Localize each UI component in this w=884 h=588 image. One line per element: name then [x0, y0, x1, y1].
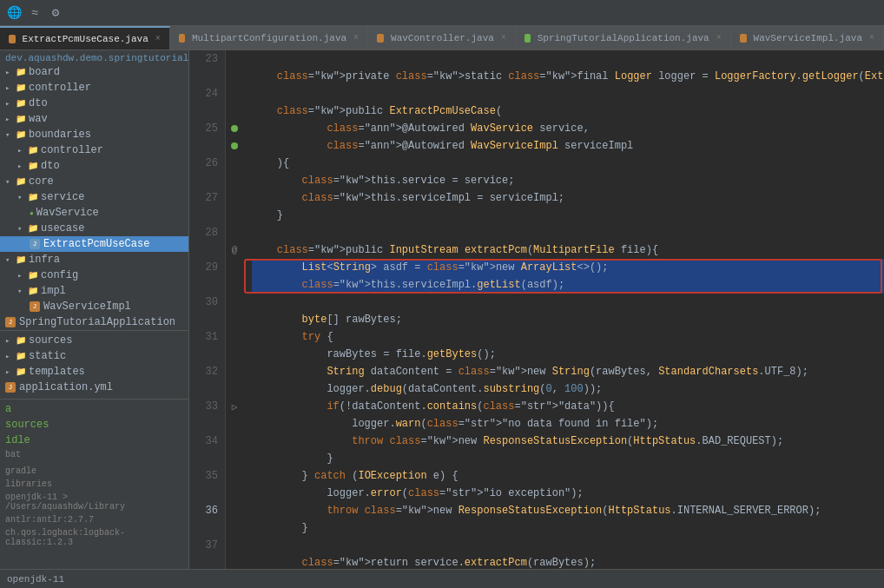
sidebar-bottom-label: gradle	[0, 465, 188, 478]
sidebar-item-label: board	[29, 66, 60, 78]
gutter-run-icon: ▷	[232, 401, 238, 413]
tab-tab2[interactable]: MultipartConfiguration.java×	[170, 26, 368, 50]
main-area: dev.aquashdw.demo.springtutorial ▸📁board…	[0, 50, 884, 569]
sidebar-item-label: application.yml	[19, 381, 113, 393]
tab-close-tab2[interactable]: ×	[353, 33, 359, 43]
gutter-cell	[226, 155, 243, 172]
tab-tab4[interactable]: SpringTutorialApplication.java×	[516, 26, 731, 50]
sidebar-item-infra[interactable]: ▾📁infra	[0, 252, 188, 268]
tab-tab3[interactable]: WavController.java×	[368, 26, 516, 50]
sidebar-item-wavserviceimpl[interactable]: JWavServiceImpl	[0, 299, 188, 314]
gutter-cell	[226, 207, 243, 224]
folder-icon: 📁	[28, 161, 38, 171]
code-line-47: } catch (IOException e) {	[252, 467, 884, 485]
tab-bar: ExtractPcmUseCase.java×MultipartConfigur…	[0, 26, 884, 50]
sidebar-item-boundaries[interactable]: ▾📁boundaries	[0, 127, 188, 142]
code-line-43: if(!dataContent.contains(class="str">"da…	[252, 398, 884, 415]
sidebar-item-extractpcmusecase[interactable]: JExtractPcmUseCase	[0, 236, 188, 252]
gutter-cell	[226, 68, 243, 85]
code-line-31: class="kw">this.serviceImpl = serviceImp…	[252, 189, 884, 207]
sidebar-item-label: WavServiceImpl	[43, 301, 131, 313]
gutter-cell: ▷	[226, 398, 243, 415]
folder-arrow-icon: ▸	[5, 367, 14, 377]
sidebar-section-item[interactable]: sources	[0, 417, 188, 433]
settings-icon[interactable]: ⚙	[49, 6, 63, 20]
line-number: 35	[196, 467, 218, 485]
split-icon[interactable]: ≈	[28, 6, 42, 20]
code-line-25	[252, 85, 884, 102]
sidebar-item-wav[interactable]: ▸📁wav	[0, 111, 188, 127]
file-dot-icon: J	[30, 239, 40, 249]
code-line-48: logger.error(class="str">"io exception")…	[252, 485, 884, 502]
folder-icon: 📁	[16, 83, 26, 93]
code-line-52: class="kw">return service.extractPcm(raw…	[252, 554, 884, 569]
sidebar-bottom-label: ch.qos.logback:logback-classic:1.2.3	[0, 526, 188, 549]
sidebar-item-controller[interactable]: ▸📁controller	[0, 80, 188, 96]
folder-arrow-icon: ▾	[17, 224, 26, 234]
sidebar-item-springtutorialapplication[interactable]: JSpringTutorialApplication	[0, 314, 188, 330]
sidebar-item-label: boundaries	[29, 129, 91, 141]
gutter-cell	[226, 294, 243, 311]
file-dot-icon: J	[30, 301, 40, 312]
tab-tab1[interactable]: ExtractPcmUseCase.java×	[0, 26, 170, 50]
code-line-32: }	[252, 207, 884, 224]
sidebar-section-item[interactable]: idle	[0, 433, 188, 448]
folder-icon: 📁	[16, 335, 26, 346]
tab-close-tab5[interactable]: ×	[869, 33, 874, 43]
sidebar-item-templates[interactable]: ▸📁templates	[0, 364, 188, 380]
sidebar-bottom-label: libraries	[0, 478, 188, 491]
editor[interactable]: 2324252627282930313233343536373839404142…	[189, 50, 884, 569]
line-number: 36	[196, 502, 218, 519]
gutter-cell	[226, 102, 243, 120]
code-line-29: ){	[252, 155, 884, 172]
gutter-cell	[226, 276, 243, 294]
gutter-cell	[226, 120, 243, 137]
folder-icon: 📁	[16, 129, 26, 140]
gutter-cell	[226, 137, 243, 155]
folder-icon: 📁	[28, 145, 38, 155]
line-number: 37	[196, 537, 218, 554]
tab-close-tab1[interactable]: ×	[155, 34, 161, 43]
sidebar-item-dto[interactable]: ▸📁dto	[0, 96, 188, 111]
sidebar-item-controller[interactable]: ▸📁controller	[0, 142, 188, 158]
gutter-cell	[226, 50, 243, 68]
sidebar-item-dto[interactable]: ▸📁dto	[0, 158, 188, 174]
sidebar-item-label: wav	[29, 113, 48, 125]
globe-icon[interactable]: 🌐	[7, 6, 21, 20]
tab-close-tab4[interactable]: ×	[716, 33, 722, 43]
gutter-cell	[226, 519, 243, 537]
gutter-dot-icon	[231, 125, 238, 132]
folder-icon: 📁	[16, 176, 26, 187]
tab-tab5[interactable]: WavServiceImpl.java×	[731, 26, 884, 50]
folder-arrow-icon: ▸	[5, 68, 14, 77]
code-line-27: class="ann">@Autowired WavService servic…	[252, 120, 884, 137]
sidebar-item-usecase[interactable]: ▾📁usecase	[0, 221, 188, 236]
tab-close-tab3[interactable]: ×	[501, 33, 506, 43]
folder-arrow-icon: ▸	[17, 146, 26, 155]
code-lines: class="kw">private class="kw">static cla…	[243, 50, 884, 569]
sidebar-item-wavservice[interactable]: ●WavService	[0, 205, 188, 221]
gutter-cell	[226, 311, 243, 328]
code-line-49: throw class="kw">new ResponseStatusExcep…	[252, 502, 884, 519]
sidebar-item-board[interactable]: ▸📁board	[0, 64, 188, 80]
sidebar-item-application-yml[interactable]: Japplication.yml	[0, 380, 188, 395]
code-line-39: try {	[252, 328, 884, 346]
sidebar-item-impl[interactable]: ▾📁impl	[0, 283, 188, 299]
tab-icon-tab5	[740, 34, 747, 43]
sidebar-item-label: dto	[41, 160, 60, 172]
folder-icon: 📁	[16, 114, 26, 124]
gutter-cell	[226, 172, 243, 189]
sidebar-item-service[interactable]: ▾📁service	[0, 189, 188, 205]
line-numbers: 2324252627282930313233343536373839404142…	[189, 50, 226, 569]
line-number: 27	[196, 189, 218, 207]
sidebar-item-core[interactable]: ▾📁core	[0, 174, 188, 189]
sidebar-item-sources[interactable]: ▸📁sources	[0, 333, 188, 348]
sidebar-item-config[interactable]: ▸📁config	[0, 268, 188, 283]
sidebar-item-label: WavService	[36, 207, 99, 219]
tab-icon-tab2	[179, 34, 185, 43]
tab-label-tab5: WavServiceImpl.java	[754, 33, 862, 43]
sidebar-section-item[interactable]: a	[0, 401, 188, 417]
sidebar-item-static[interactable]: ▸📁static	[0, 348, 188, 364]
folder-icon: 📁	[16, 367, 26, 377]
sidebar-item-label: config	[41, 269, 78, 281]
